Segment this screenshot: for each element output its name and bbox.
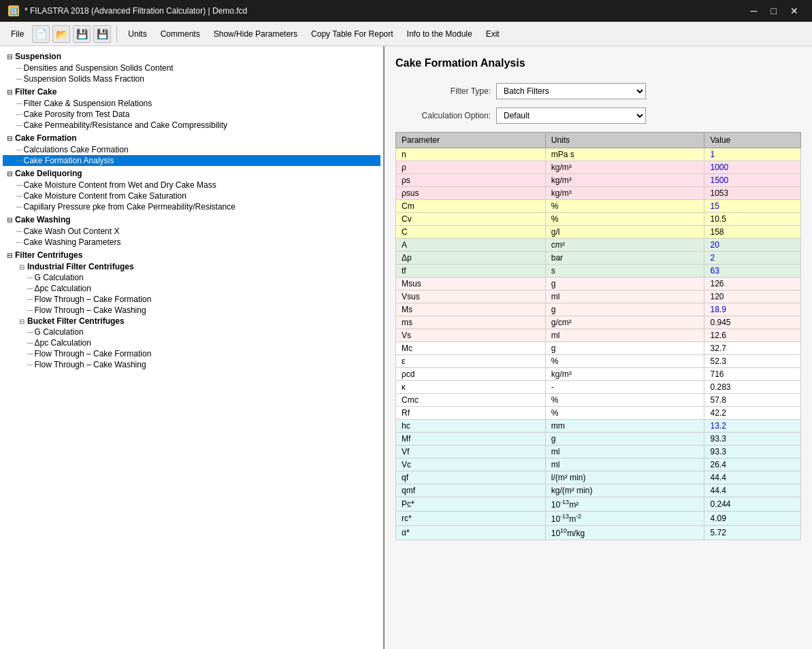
value-cell[interactable]: 44.4: [704, 471, 801, 484]
tree-item-ind-dpc-calc[interactable]: ─ Δpc Calculation: [3, 283, 380, 294]
value-cell[interactable]: 52.3: [704, 355, 801, 368]
value-cell[interactable]: 126: [704, 278, 801, 290]
menu-copy-table[interactable]: Copy Table For Report: [306, 27, 399, 41]
table-row: Acm²20: [396, 239, 801, 252]
table-header-units: Units: [545, 133, 704, 148]
minimize-button[interactable]: ─: [745, 4, 763, 18]
filter-type-select[interactable]: Batch Filters: [496, 83, 646, 99]
table-row: nmPa s1: [396, 148, 801, 161]
tree-item-moisture-saturation[interactable]: ─ Cake Moisture Content from Cake Satura…: [3, 190, 380, 201]
close-button[interactable]: ✕: [785, 4, 804, 18]
expand-icon-cake-deliquoring: ⊟: [4, 170, 15, 178]
window-controls[interactable]: ─ □ ✕: [745, 4, 804, 18]
units-cell: ml: [545, 446, 704, 459]
tree-label-cake-deliquoring: Cake Deliquoring: [15, 169, 82, 178]
param-cell: Cm: [396, 200, 546, 213]
value-cell[interactable]: 15: [704, 200, 801, 213]
value-cell[interactable]: 26.4: [704, 459, 801, 471]
tree-header-cake-formation[interactable]: ⊟ Cake Formation: [3, 132, 380, 144]
value-cell[interactable]: 44.4: [704, 484, 801, 497]
table-row: ε%52.3: [396, 355, 801, 368]
tree-header-suspension[interactable]: ⊟ Suspension: [3, 50, 380, 63]
param-cell: tf: [396, 265, 546, 278]
menu-file[interactable]: File: [5, 27, 29, 41]
value-cell[interactable]: 12.6: [704, 329, 801, 342]
tree-item-buc-g-calc[interactable]: ─ G Calculation: [3, 327, 380, 337]
tree-header-cake-deliquoring[interactable]: ⊟ Cake Deliquoring: [3, 167, 380, 180]
tree-header-cake-washing[interactable]: ⊟ Cake Washing: [3, 214, 380, 226]
value-cell[interactable]: 18.9: [704, 303, 801, 316]
tree-item-capillary-pressure[interactable]: ─ Capillary Pressure pke from Cake Perme…: [3, 201, 380, 212]
value-cell[interactable]: 1: [704, 148, 801, 161]
toolbar-open[interactable]: 📂: [52, 25, 70, 43]
toolbar-new[interactable]: 📄: [32, 25, 50, 43]
value-cell[interactable]: 4.09: [704, 512, 801, 526]
value-cell[interactable]: 716: [704, 368, 801, 381]
value-cell[interactable]: 0.945: [704, 316, 801, 329]
value-cell[interactable]: 1000: [704, 161, 801, 174]
value-cell[interactable]: 2: [704, 252, 801, 265]
value-cell[interactable]: 63: [704, 265, 801, 278]
value-cell[interactable]: 158: [704, 226, 801, 239]
tree-item-densities[interactable]: ─ Densities and Suspension Solids Conten…: [3, 63, 380, 73]
tree-item-solids-fraction[interactable]: ─ Suspension Solids Mass Fraction: [3, 73, 380, 84]
value-cell[interactable]: 1053: [704, 187, 801, 200]
expand-icon-industrial: ⊟: [16, 263, 27, 271]
tree-item-ind-g-calc[interactable]: ─ G Calculation: [3, 272, 380, 283]
param-cell: ms: [396, 316, 546, 329]
tree-item-buc-flow-cake[interactable]: ─ Flow Through – Cake Formation: [3, 348, 380, 359]
tree-header-bucket[interactable]: ⊟ Bucket Filter Centrifuges: [3, 316, 380, 327]
value-cell[interactable]: 42.2: [704, 407, 801, 420]
tree-item-calc-cake-formation[interactable]: ─ Calculations Cake Formation: [3, 144, 380, 155]
main-layout: ⊟ Suspension ─ Densities and Suspension …: [0, 46, 812, 649]
calc-option-select[interactable]: Default: [496, 107, 646, 124]
maximize-button[interactable]: □: [766, 4, 782, 18]
value-cell[interactable]: 0.283: [704, 381, 801, 394]
units-cell: ml: [545, 329, 704, 342]
table-row: Msg18.9: [396, 303, 801, 316]
menu-comments[interactable]: Comments: [155, 27, 206, 41]
value-cell[interactable]: 13.2: [704, 420, 801, 433]
value-cell[interactable]: 93.3: [704, 446, 801, 459]
units-cell: %: [545, 355, 704, 368]
window-title: * FILASTRA 2018 (Advanced Filtration Cal…: [25, 6, 247, 16]
value-cell[interactable]: 5.72: [704, 526, 801, 540]
tree-header-filter-centrifuges[interactable]: ⊟ Filter Centrifuges: [3, 249, 380, 261]
param-cell: α*: [396, 526, 546, 540]
value-cell[interactable]: 10.5: [704, 213, 801, 226]
value-cell[interactable]: 1500: [704, 174, 801, 187]
tree-item-buc-dpc-calc[interactable]: ─ Δpc Calculation: [3, 337, 380, 348]
tree-item-cake-formation-analysis[interactable]: ─ Cake Formation Analysis: [3, 155, 380, 166]
value-cell[interactable]: 57.8: [704, 394, 801, 407]
tree-item-ind-flow-wash[interactable]: ─ Flow Through – Cake Washing: [3, 305, 380, 316]
tree-header-industrial[interactable]: ⊟ Industrial Filter Centrifuges: [3, 261, 380, 272]
tree-item-buc-flow-wash[interactable]: ─ Flow Through – Cake Washing: [3, 359, 380, 370]
menu-show-hide[interactable]: Show/Hide Parameters: [208, 27, 303, 41]
units-cell: kg/m³: [545, 187, 704, 200]
tree-item-wash-out-content[interactable]: ─ Cake Wash Out Content X: [3, 226, 380, 237]
menu-exit[interactable]: Exit: [481, 27, 505, 41]
params-table: Parameter Units Value nmPa s1ρkg/m³1000ρ…: [395, 132, 801, 540]
tree-item-cake-permeability[interactable]: ─ Cake Permeability/Resistance and Cake …: [3, 120, 380, 131]
tree-item-moisture-wet-dry[interactable]: ─ Cake Moisture Content from Wet and Dry…: [3, 180, 380, 190]
tree-item-label: Densities and Suspension Solids Content: [24, 63, 174, 73]
units-cell: ml: [545, 290, 704, 303]
value-cell[interactable]: 32.7: [704, 342, 801, 355]
toolbar-saveas[interactable]: 💾: [93, 25, 111, 43]
tree-header-filter-cake[interactable]: ⊟ Filter Cake: [3, 86, 380, 98]
value-cell[interactable]: 0.244: [704, 497, 801, 512]
tree-item-ind-flow-cake[interactable]: ─ Flow Through – Cake Formation: [3, 294, 380, 305]
menu-units[interactable]: Units: [123, 27, 152, 41]
units-cell: g/cm²: [545, 316, 704, 329]
value-cell[interactable]: 20: [704, 239, 801, 252]
table-row: κ-0.283: [396, 381, 801, 394]
menu-info-module[interactable]: Info to the Module: [402, 27, 478, 41]
value-cell[interactable]: 120: [704, 290, 801, 303]
tree-item-cake-suspension[interactable]: ─ Filter Cake & Suspension Relations: [3, 98, 380, 109]
units-cell: kg/m³: [545, 161, 704, 174]
value-cell[interactable]: 93.3: [704, 433, 801, 446]
toolbar-save[interactable]: 💾: [73, 25, 91, 43]
table-row: Cg/l158: [396, 226, 801, 239]
tree-item-cake-porosity[interactable]: ─ Cake Porosity from Test Data: [3, 109, 380, 120]
tree-item-washing-parameters[interactable]: ─ Cake Washing Parameters: [3, 237, 380, 248]
